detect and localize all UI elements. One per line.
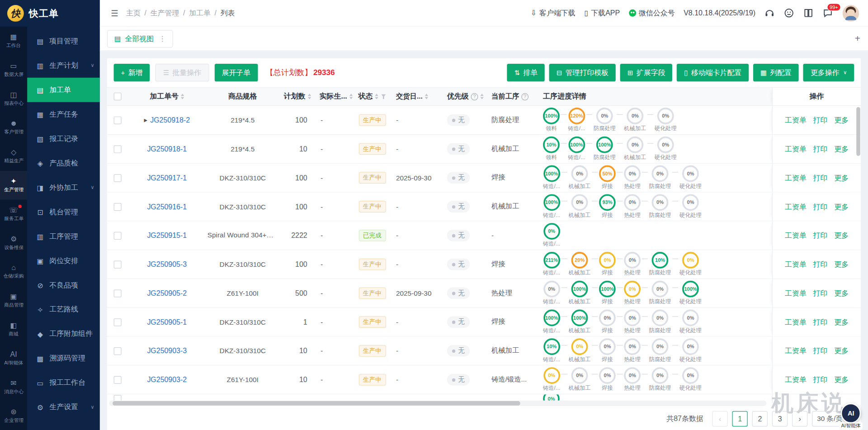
row-checkbox[interactable]: [114, 203, 122, 210]
action-payroll[interactable]: 工资单: [785, 115, 807, 125]
help-icon[interactable]: ?: [471, 93, 478, 100]
menu-item-plan[interactable]: ▥生产计划∨: [27, 53, 100, 78]
column-header-plan[interactable]: 计划数: [279, 88, 315, 105]
action-more[interactable]: 更多: [834, 115, 849, 125]
add-button[interactable]: + 新增: [114, 64, 150, 81]
action-more[interactable]: 更多: [834, 144, 849, 154]
row-checkbox[interactable]: [114, 145, 122, 153]
row-checkbox[interactable]: [114, 347, 122, 354]
messages-icon[interactable]: 99+: [822, 8, 834, 19]
logo[interactable]: 快 快工单: [0, 0, 100, 27]
prev-page-button[interactable]: ‹: [712, 411, 727, 426]
menu-item-post[interactable]: ▣岗位安排: [27, 249, 100, 273]
column-header-status[interactable]: 状态: [353, 88, 392, 105]
expand-row-icon[interactable]: ▶: [144, 118, 148, 123]
work-order-link[interactable]: JG250903-2: [147, 376, 187, 384]
row-checkbox[interactable]: [114, 116, 122, 124]
action-print[interactable]: 打印: [813, 202, 828, 212]
action-print[interactable]: 打印: [813, 115, 828, 125]
toolbar-button-more[interactable]: 更多操作∨: [803, 64, 854, 81]
menu-item-addon[interactable]: ◆工序附加组件: [27, 322, 100, 346]
rail-item-lean[interactable]: ◇精益生产: [0, 142, 27, 171]
sort-icon[interactable]: [181, 94, 184, 99]
work-order-link[interactable]: JG250915-1: [147, 232, 187, 240]
menu-item-process[interactable]: ▥工序管理: [27, 224, 100, 249]
action-print[interactable]: 打印: [813, 173, 828, 183]
rail-item-screen[interactable]: ▭数据大屏: [0, 56, 27, 85]
action-more[interactable]: 更多: [834, 375, 849, 385]
menu-item-outsource[interactable]: ◨外协加工∨: [27, 175, 100, 200]
collapse-sidebar-icon[interactable]: ☰: [111, 8, 118, 18]
rail-item-goods[interactable]: ▣商品管理: [0, 286, 27, 315]
breadcrumb-item[interactable]: 主页: [126, 8, 141, 18]
row-checkbox[interactable]: [114, 232, 122, 239]
rail-item-customer[interactable]: ☻客户管理: [0, 113, 27, 142]
toolbar-button-field[interactable]: ⊞扩展字段: [620, 64, 672, 81]
work-order-link[interactable]: JG250905-1: [147, 318, 187, 326]
tab-all-views[interactable]: ▤ 全部视图 ⋮: [107, 30, 173, 47]
horizontal-scrollbar[interactable]: [109, 401, 767, 406]
action-more[interactable]: 更多: [834, 346, 849, 356]
rail-item-workbench[interactable]: ▦工作台: [0, 27, 27, 56]
rail-item-service[interactable]: ☏服务工单: [0, 200, 27, 229]
action-payroll[interactable]: 工资单: [785, 144, 807, 154]
manual-icon[interactable]: [803, 8, 814, 19]
toolbar-button-print[interactable]: ⊟管理打印模板: [549, 64, 616, 81]
batch-operate-button[interactable]: ☰ 批量操作: [156, 64, 209, 81]
support-icon[interactable]: [764, 8, 776, 19]
feedback-icon[interactable]: [784, 8, 795, 19]
toolbar-button-mobile[interactable]: ▯移动端卡片配置: [677, 64, 749, 81]
column-header-actual[interactable]: 实际生...: [315, 88, 353, 105]
avatar[interactable]: [843, 5, 859, 21]
action-more[interactable]: 更多: [834, 202, 849, 212]
rail-item-equipment[interactable]: ⚙设备维保: [0, 228, 27, 257]
toolbar-button-columns[interactable]: ▦列配置: [753, 64, 799, 81]
menu-item-settings[interactable]: ⚙生产设置∨: [27, 395, 100, 420]
tab-more-icon[interactable]: ⋮: [159, 34, 166, 43]
action-more[interactable]: 更多: [834, 260, 849, 269]
quick-link-wechat[interactable]: 微信公众号: [629, 8, 675, 18]
menu-item-quality[interactable]: ◈产品质检: [27, 151, 100, 175]
toolbar-button-sort-order[interactable]: ⇅排单: [507, 64, 545, 81]
row-checkbox[interactable]: [114, 260, 122, 268]
row-checkbox[interactable]: [114, 174, 122, 182]
page-button-2[interactable]: 2: [752, 411, 768, 426]
rail-item-warehouse[interactable]: ⌂仓储/采购: [0, 257, 27, 286]
rail-item-message[interactable]: ✉消息中心: [0, 373, 27, 402]
action-payroll[interactable]: 工资单: [785, 173, 807, 183]
action-more[interactable]: 更多: [834, 317, 849, 327]
menu-item-defect[interactable]: ⊘不良品项: [27, 273, 100, 298]
menu-item-workdesk[interactable]: ▭报工工作台: [27, 371, 100, 395]
ai-assistant-button[interactable]: AI AI智能体: [840, 403, 863, 430]
select-all-checkbox[interactable]: [114, 93, 122, 100]
quick-link-download[interactable]: ⇩客户端下载: [531, 8, 576, 18]
action-print[interactable]: 打印: [813, 288, 828, 298]
action-payroll[interactable]: 工资单: [785, 202, 807, 212]
action-print[interactable]: 打印: [813, 144, 828, 154]
next-page-button[interactable]: ›: [792, 411, 807, 426]
action-print[interactable]: 打印: [813, 375, 828, 385]
column-header-priority[interactable]: 优先级?: [443, 88, 487, 105]
work-order-link[interactable]: JG250917-1: [147, 174, 187, 182]
work-order-link[interactable]: JG250905-2: [147, 289, 187, 297]
action-print[interactable]: 打印: [813, 317, 828, 327]
row-checkbox[interactable]: [114, 289, 122, 297]
filter-icon[interactable]: [381, 94, 386, 99]
work-order-link[interactable]: JG250916-1: [147, 203, 187, 211]
menu-item-machine[interactable]: ⊡机台管理: [27, 200, 100, 224]
sort-icon[interactable]: [375, 94, 378, 99]
menu-item-trace[interactable]: ▩溯源码管理: [27, 346, 100, 371]
column-header-delivery[interactable]: 交货日...: [392, 88, 443, 105]
breadcrumb-item[interactable]: 加工单: [189, 8, 211, 18]
help-icon[interactable]: ?: [521, 93, 528, 100]
work-order-link[interactable]: JG250905-3: [147, 260, 187, 268]
action-more[interactable]: 更多: [834, 231, 849, 241]
rail-item-gear[interactable]: ⊛企业管理: [0, 402, 27, 430]
row-checkbox[interactable]: [114, 376, 122, 383]
sort-icon[interactable]: [307, 94, 311, 99]
rail-item-report[interactable]: ◫报表中心: [0, 84, 27, 113]
action-payroll[interactable]: 工资单: [785, 288, 807, 298]
page-button-3[interactable]: 3: [772, 411, 788, 426]
horizontal-scrollbar-thumb[interactable]: [113, 401, 520, 406]
action-more[interactable]: 更多: [834, 288, 849, 298]
